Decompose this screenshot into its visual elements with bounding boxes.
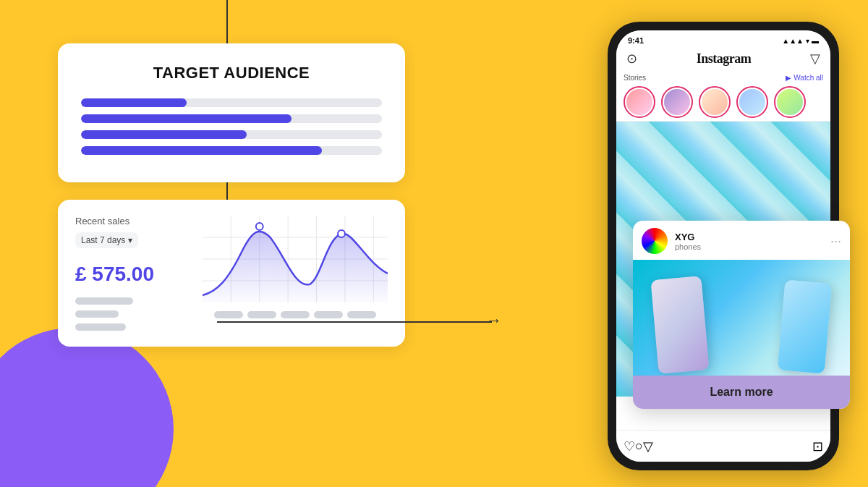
bar-fill-4 (81, 146, 322, 155)
instagram-bottom-nav: ♡ ○ ▽ ⊡ (616, 430, 830, 462)
watch-all-link[interactable]: ▶ Watch all (786, 74, 823, 82)
learn-more-button[interactable]: Learn more (633, 376, 850, 409)
bar-row-1 (81, 98, 382, 107)
chart-dot-1 (256, 223, 263, 230)
target-audience-title: TARGET AUDIENCE (81, 64, 382, 82)
bar-container-1 (81, 98, 382, 107)
camera-icon[interactable]: ⊙ (626, 51, 637, 67)
bar-container-3 (81, 130, 382, 139)
story-avatar-2[interactable] (661, 86, 693, 118)
ad-more-icon[interactable]: ··· (830, 234, 841, 249)
bar-fill-1 (81, 98, 187, 107)
decorative-circle (0, 328, 174, 487)
comment-icon[interactable]: ○ (635, 439, 643, 454)
instagram-header: ⊙ Instagram ▽ (616, 48, 830, 71)
story-avatar-5[interactable] (774, 86, 806, 118)
bar-row-4 (81, 146, 382, 155)
chart-pill-2 (247, 311, 276, 318)
heart-icon[interactable]: ♡ (624, 439, 635, 454)
bar-row-2 (81, 114, 382, 123)
stories-row (624, 86, 823, 118)
sales-card: Recent sales Last 7 days ▾ £ 575.00 (58, 200, 405, 347)
left-panels: TARGET AUDIENCE Recent sales (58, 43, 405, 347)
status-time: 9:41 (628, 36, 644, 45)
chart-pill-4 (314, 311, 343, 318)
sales-pill-2 (75, 310, 119, 318)
phone-product-2 (778, 279, 833, 373)
ad-brand-info: XYG phones (675, 232, 701, 251)
sales-amount: £ 575.00 (75, 263, 191, 286)
chart-bottom-pills (203, 311, 388, 318)
sales-period-selector[interactable]: Last 7 days ▾ (75, 232, 138, 248)
stories-header: Stories ▶ Watch all (624, 74, 823, 82)
sales-pill-3 (75, 323, 126, 331)
target-audience-card: TARGET AUDIENCE (58, 43, 405, 182)
sales-pill-rows (75, 297, 191, 331)
sales-left-panel: Recent sales Last 7 days ▾ £ 575.00 (75, 216, 191, 331)
chart-pill-1 (214, 311, 243, 318)
sales-chart (203, 216, 388, 331)
bar-fill-3 (81, 130, 247, 139)
instagram-logo: Instagram (697, 51, 752, 67)
signal-icon: ▲▲▲ (782, 37, 804, 45)
chart-pill-3 (281, 311, 310, 318)
wifi-icon: ▾ (806, 37, 809, 45)
ad-card-header: XYG phones ··· (633, 221, 850, 260)
send-icon[interactable]: ▽ (810, 51, 820, 67)
status-bar: 9:41 ▲▲▲ ▾ ▬ (616, 30, 830, 48)
sales-label: Recent sales (75, 216, 191, 226)
story-avatar-1[interactable] (624, 86, 655, 118)
bar-fill-2 (81, 114, 292, 123)
bar-row-3 (81, 130, 382, 139)
chevron-down-icon: ▾ (128, 235, 132, 245)
share-icon[interactable]: ▽ (643, 439, 653, 454)
arrow-icon: → (486, 313, 502, 329)
bar-container-2 (81, 114, 382, 123)
battery-icon: ▬ (812, 37, 819, 45)
sales-period-text: Last 7 days (81, 235, 125, 245)
connector-line-horizontal (217, 321, 492, 323)
phone-product-1 (650, 276, 709, 374)
bookmark-icon[interactable]: ⊡ (812, 439, 823, 454)
ad-brand-name: XYG (675, 232, 701, 242)
sales-pill-1 (75, 297, 133, 305)
stories-section: Stories ▶ Watch all (616, 71, 830, 122)
ad-product-image (633, 260, 850, 376)
story-avatar-3[interactable] (699, 86, 731, 118)
story-avatar-4[interactable] (736, 86, 768, 118)
chart-svg (203, 216, 388, 302)
stories-label: Stories (624, 74, 646, 82)
ad-card: XYG phones ··· Learn more (633, 221, 850, 409)
bar-container-4 (81, 146, 382, 155)
chart-pill-5 (347, 311, 376, 318)
ad-brand-avatar (642, 228, 668, 254)
status-icons: ▲▲▲ ▾ ▬ (782, 37, 819, 45)
ad-brand-subtitle: phones (675, 242, 701, 251)
chart-dot-2 (338, 230, 345, 237)
